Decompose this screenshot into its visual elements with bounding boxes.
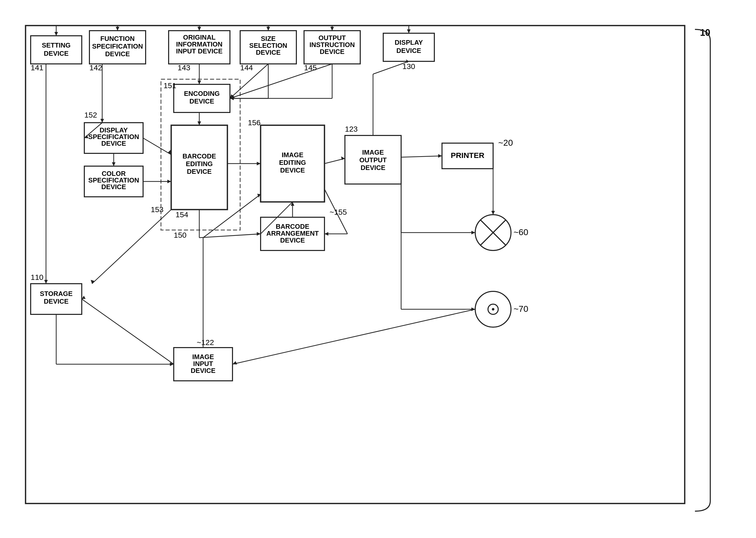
svg-marker-25	[54, 32, 58, 36]
img-out-label3: DEVICE	[361, 164, 385, 172]
orig-info-label1: ORIGINAL	[183, 33, 215, 41]
svg-marker-70	[471, 231, 475, 234]
ref-20: ~20	[498, 138, 513, 147]
size-sel-label2: SELECTION	[249, 42, 287, 49]
barcode-edit-label1: BARCODE	[182, 152, 216, 160]
ref-143: 143	[177, 63, 190, 72]
img-in-label1: IMAGE	[192, 353, 214, 361]
ref-123: 123	[345, 125, 358, 133]
diagram-container: 10 SETTING DEVICE 141 FUNCTION SPECIFICA…	[15, 15, 741, 521]
svg-marker-80	[82, 296, 85, 299]
size-sel-label1: SIZE	[261, 35, 276, 42]
barcode-arr-label2: ARRANGEMENT	[266, 230, 319, 237]
setting-device-label2: DEVICE	[44, 50, 69, 57]
ref-151: 151	[164, 81, 176, 90]
img-out-label2: OUTPUT	[360, 156, 387, 164]
svg-marker-31	[267, 27, 270, 31]
func-spec-label2: SPECIFICATION	[92, 42, 143, 50]
orig-info-label2: INFORMATION	[176, 40, 223, 48]
ref-156: 156	[248, 118, 261, 127]
display-dev-label2: DEVICE	[396, 47, 421, 54]
ref-60: ~60	[514, 227, 529, 237]
storage-label1: STORAGE	[40, 290, 73, 297]
setting-device-label: SETTING	[42, 41, 71, 49]
svg-marker-40	[100, 119, 104, 123]
svg-marker-67	[438, 154, 442, 158]
ref-144: 144	[240, 63, 253, 72]
svg-marker-75	[232, 361, 237, 364]
ref-142: 142	[89, 63, 102, 72]
svg-marker-44	[112, 162, 116, 166]
svg-marker-27	[116, 27, 119, 31]
storage-label2: DEVICE	[44, 297, 69, 305]
img-edit-label2: EDITING	[279, 159, 306, 166]
svg-line-45	[143, 138, 171, 155]
svg-marker-38	[44, 280, 48, 284]
out-instr-label1: OUTPUT	[319, 34, 346, 42]
svg-marker-50	[197, 81, 201, 84]
svg-marker-29	[197, 27, 201, 31]
func-spec-label3: DEVICE	[105, 50, 130, 58]
ref-154: 154	[176, 210, 188, 219]
img-out-label1: IMAGE	[362, 148, 384, 156]
svg-point-23	[492, 308, 494, 310]
disp-spec-label3: DEVICE	[101, 139, 126, 147]
svg-marker-35	[407, 29, 411, 33]
ref-145: 145	[304, 63, 317, 72]
svg-line-74	[232, 309, 475, 364]
encoding-label2: DEVICE	[189, 97, 214, 105]
orig-info-label3: INPUT DEVICE	[176, 47, 223, 55]
svg-line-79	[82, 299, 174, 364]
ref-155: ~155	[329, 208, 347, 216]
svg-line-60	[199, 234, 261, 238]
ref-150: 150	[174, 231, 186, 239]
color-spec-label3: DEVICE	[101, 183, 126, 191]
ref-130: 130	[402, 62, 415, 71]
ref-110: 110	[31, 273, 43, 281]
out-instr-label3: DEVICE	[320, 48, 345, 55]
img-edit-label1: IMAGE	[281, 151, 303, 159]
printer-label: PRINTER	[451, 151, 484, 159]
svg-marker-97	[325, 232, 328, 236]
barcode-edit-label3: DEVICE	[187, 168, 212, 175]
out-instr-label2: INSTRUCTION	[309, 41, 355, 49]
barcode-edit-label2: EDITING	[186, 160, 213, 168]
ref-10: 10	[700, 27, 710, 38]
ref-152: 152	[84, 111, 97, 119]
svg-marker-99	[491, 211, 495, 215]
svg-rect-0	[25, 26, 685, 504]
svg-marker-61	[257, 232, 261, 236]
barcode-arr-label3: DEVICE	[280, 237, 305, 244]
ref-122: ~122	[197, 338, 214, 347]
svg-line-87	[92, 210, 171, 284]
ref-70: ~70	[514, 304, 529, 314]
func-spec-label1: FUNCTION	[100, 35, 135, 42]
ref-153: 153	[151, 205, 164, 214]
barcode-arr-label1: BARCODE	[276, 223, 309, 230]
img-in-label2: INPUT	[193, 360, 213, 367]
img-edit-label3: DEVICE	[280, 166, 305, 174]
ref-141: 141	[31, 63, 43, 72]
encoding-label1: ENCODING	[184, 90, 220, 97]
img-in-label3: DEVICE	[191, 367, 216, 374]
svg-marker-33	[330, 27, 334, 31]
size-sel-label3: DEVICE	[256, 49, 281, 56]
display-dev-label1: DISPLAY	[395, 38, 423, 46]
svg-line-66	[401, 156, 442, 157]
